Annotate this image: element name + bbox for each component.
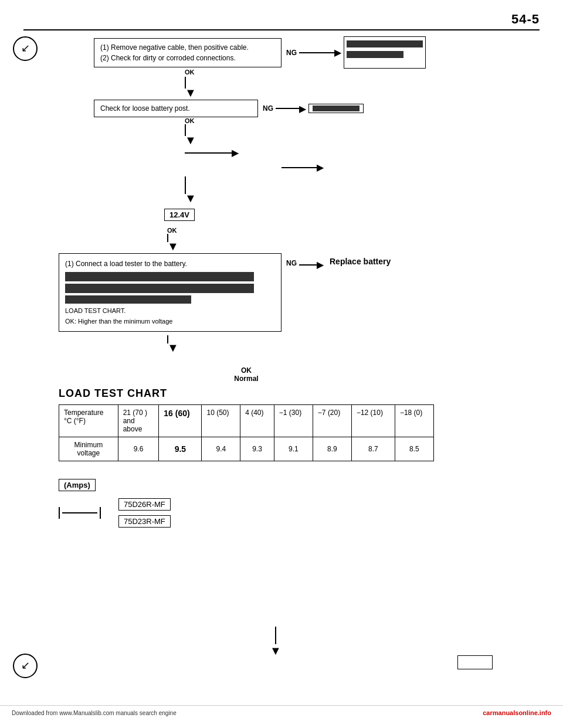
ok-label-1: OK — [185, 69, 195, 76]
vert-to-voltage: ▼ — [94, 176, 540, 205]
voltage-label-row: 12.4V — [59, 205, 540, 224]
ok-to-chart: ▼ — [59, 335, 540, 355]
flow-box-1-line1: (1) Remove negative cable, then positive… — [100, 42, 275, 53]
flow-row-2: Check for loose battery post. NG ▶ — [94, 100, 540, 117]
col-header-4: 4 (40) — [240, 405, 274, 437]
ng-label-3: NG — [286, 259, 297, 267]
replace-battery-label: Replace battery — [330, 257, 391, 266]
load-chart-table: Temperature°C (°F) 21 (70 )andabove 16 (… — [59, 404, 434, 461]
flow-box-1-line2: (2) Check for dirty or corroded connecti… — [100, 53, 275, 63]
redacted-block-2 — [65, 284, 254, 293]
flowchart-section-1: (1) Remove negative cable, then positive… — [94, 36, 540, 205]
vert-line-1 — [59, 507, 60, 519]
val-4: 9.3 — [240, 437, 274, 461]
val-2: 9.5 — [159, 437, 202, 461]
load-chart-ref: LOAD TEST CHART. — [65, 306, 275, 317]
vert-lines-row — [59, 507, 101, 519]
ng-right-small — [308, 104, 364, 113]
load-test-line1: (1) Connect a load tester to the battery… — [65, 258, 275, 270]
bottom-diagram-arrow: ▼ — [270, 627, 282, 658]
ng-label-2: NG — [263, 104, 273, 113]
chart-normal-label: Normal — [234, 375, 258, 383]
page-container: 54-5 ↙ (1) Remove negative cable, then p… — [0, 0, 563, 728]
vert-line-2 — [100, 507, 101, 519]
svg-text:↙: ↙ — [21, 659, 30, 671]
redacted-block-3 — [65, 295, 191, 304]
footer-download: Downloaded from www.Manualslib.com manua… — [12, 710, 177, 716]
horiz-line-1 — [62, 512, 97, 513]
ok-label-3: OK — [167, 227, 177, 234]
voltage-label: 12.4V — [164, 209, 195, 221]
chart-header-row: Temperature°C (°F) 21 (70 )andabove 16 (… — [59, 405, 434, 437]
corner-thumb-bottom: ↙ — [12, 652, 39, 681]
flow-box-2-text: Check for loose battery post. — [100, 104, 190, 113]
page-header: 54-5 — [23, 12, 540, 30]
col-header-7: −12 (10) — [351, 405, 395, 437]
val-3: 9.4 — [202, 437, 240, 461]
col-header-0: Temperature°C (°F) — [59, 405, 118, 437]
row-label: Minimumvoltage — [59, 437, 118, 461]
page-number: 54-5 — [511, 12, 540, 27]
load-test-row: (1) Connect a load tester to the battery… — [59, 253, 540, 332]
footer-logo: carmanualsonline.info — [483, 709, 551, 716]
col-header-6: −7 (20) — [313, 405, 351, 437]
ok-normal-labels: OK Normal — [59, 366, 434, 383]
amps-row: 75D26R-MF 75D23R-MF — [59, 497, 540, 529]
ok-label-2: OK — [185, 117, 195, 124]
battery-code-1: 75D26R-MF — [118, 498, 171, 511]
flow-box-2: Check for loose battery post. — [94, 100, 258, 117]
ng-label-1: NG — [286, 49, 297, 57]
col-header-3: 10 (50) — [202, 405, 240, 437]
svg-text:↙: ↙ — [21, 42, 30, 54]
val-8: 8.5 — [395, 437, 433, 461]
chart-title: LOAD TEST CHART — [59, 387, 434, 400]
battery-codes: 75D26R-MF 75D23R-MF — [118, 497, 171, 529]
amps-label: (Amps) — [59, 479, 96, 491]
col-header-2: 16 (60) — [159, 405, 202, 437]
load-test-box: (1) Connect a load tester to the battery… — [59, 253, 282, 332]
val-1: 9.6 — [118, 437, 159, 461]
val-5: 9.1 — [274, 437, 313, 461]
val-6: 8.9 — [313, 437, 351, 461]
val-7: 8.7 — [351, 437, 395, 461]
h-arrow-row-1: ▶ — [94, 147, 540, 158]
battery-code-2: 75D23R-MF — [118, 515, 171, 528]
flow-box-1: (1) Remove negative cable, then positive… — [94, 38, 282, 67]
ng-right-box-1 — [344, 36, 426, 69]
bottom-right-box — [457, 655, 493, 669]
ok-arrow-2: OK ▼ — [94, 117, 540, 147]
footer: Downloaded from www.Manualslib.com manua… — [0, 705, 563, 716]
ok-arrow-1: OK ▼ — [94, 69, 540, 100]
load-test-chart-section: OK Normal LOAD TEST CHART Temperature°C … — [59, 366, 434, 461]
col-header-5: −1 (30) — [274, 405, 313, 437]
flow-row-1: (1) Remove negative cable, then positive… — [94, 36, 540, 69]
amps-section: (Amps) 75D26R-MF 75D23R-MF — [59, 479, 540, 529]
redacted-block-1 — [65, 272, 254, 281]
main-content: (1) Remove negative cable, then positive… — [59, 36, 540, 529]
col-header-1: 21 (70 )andabove — [118, 405, 159, 437]
col-header-8: −18 (0) — [395, 405, 433, 437]
ok-note: OK: Higher than the minimum voltage — [65, 317, 275, 327]
chart-data-row: Minimumvoltage 9.6 9.5 9.4 9.3 9.1 8.9 8… — [59, 437, 434, 461]
ok-to-loadtest: OK ▼ — [59, 227, 540, 253]
corner-thumb-top: ↙ — [12, 35, 39, 64]
chart-ok-label: OK — [241, 366, 252, 375]
h-arrow-row-2: ▶ — [94, 162, 540, 173]
